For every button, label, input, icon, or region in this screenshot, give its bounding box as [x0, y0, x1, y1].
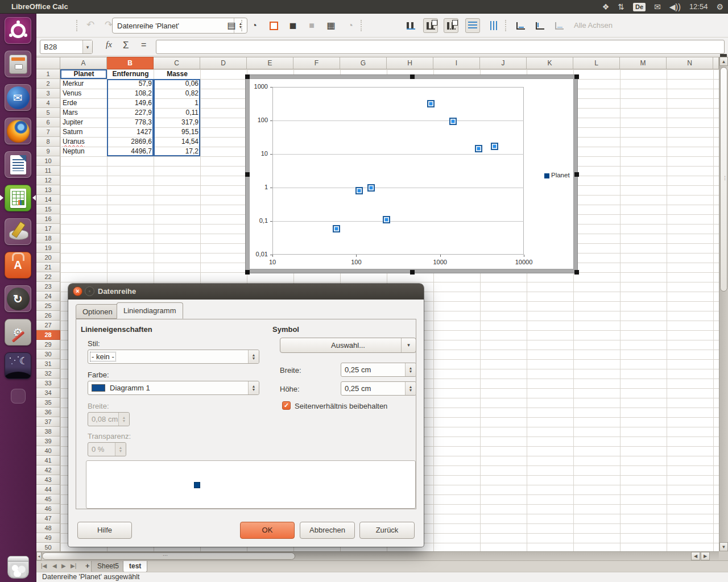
data-point[interactable] [355, 187, 363, 194]
chart-wall-icon[interactable]: ◼ [286, 18, 300, 33]
cell-B8[interactable]: 2869,6 [107, 137, 154, 147]
column-header-H[interactable]: H [387, 57, 433, 69]
name-box-dropdown-icon[interactable]: ▾ [82, 40, 92, 53]
column-header-J[interactable]: J [480, 57, 527, 69]
selection-handle[interactable] [410, 270, 415, 275]
column-header-B[interactable]: B [107, 57, 154, 69]
style-combo[interactable]: - kein - ▲▼ [88, 350, 259, 364]
row-header-20[interactable]: 20 [36, 253, 60, 263]
cell-A7[interactable]: Saturn [61, 127, 106, 137]
cell-A1[interactable]: Planet [61, 69, 107, 79]
name-box[interactable]: B28 ▾ [40, 40, 93, 54]
horizontal-grids-icon[interactable] [465, 18, 480, 33]
volume-indicator[interactable]: ◀)) [669, 0, 681, 14]
first-sheet-icon[interactable]: |◀ [41, 563, 47, 569]
restore-icon[interactable]: ▫ [85, 286, 94, 296]
column-header-F[interactable]: F [293, 57, 340, 69]
software-updater-launcher[interactable]: ↻ [5, 285, 31, 312]
cell-A9[interactable]: Neptun [61, 147, 106, 156]
selection-handle[interactable] [245, 270, 250, 275]
row-header-21[interactable]: 21 [36, 263, 60, 272]
cell-C1[interactable]: Masse [154, 69, 200, 79]
row-header-25[interactable]: 25 [36, 301, 60, 311]
cancel-button[interactable]: Abbrechen [300, 522, 355, 539]
column-header-K[interactable]: K [527, 57, 573, 69]
cell-A6[interactable]: Jupiter [61, 118, 106, 127]
cell-C9[interactable]: 17,2 [154, 147, 200, 156]
row-header-4[interactable]: 4 [36, 98, 60, 108]
row-header-8[interactable]: 8 [36, 137, 60, 147]
column-header-E[interactable]: E [247, 57, 293, 69]
select-all-corner[interactable] [36, 57, 60, 69]
scroll-right-icon[interactable]: ▶ [701, 552, 710, 560]
row-header-40[interactable]: 40 [36, 446, 60, 456]
row-header-34[interactable]: 34 [36, 388, 60, 398]
format-selection-icon[interactable]: ▤ [224, 18, 239, 33]
row-header-31[interactable]: 31 [36, 359, 60, 369]
axes-titles-icon[interactable] [423, 18, 438, 33]
column-header-M[interactable]: M [620, 57, 667, 69]
equals-icon[interactable]: = [141, 40, 146, 50]
libreoffice-calc-launcher[interactable] [5, 185, 31, 211]
symbol-select-button[interactable]: Auswahl... ▾ [280, 338, 416, 353]
tab-liniendiagramm[interactable]: Liniendiagramm [117, 302, 183, 319]
symbol-select-dropdown-icon[interactable]: ▾ [401, 338, 416, 352]
split-left-icon[interactable]: ◂ [36, 552, 42, 560]
data-point[interactable] [475, 145, 482, 152]
next-sheet-icon[interactable]: ▶ [61, 563, 66, 569]
column-header-N[interactable]: N [667, 57, 713, 69]
trash-launcher[interactable] [5, 554, 31, 580]
selection-handle[interactable] [245, 172, 250, 177]
screensaver-launcher[interactable]: ☾ [5, 352, 31, 379]
column-header-A[interactable]: A [60, 57, 107, 69]
sheet-tab-test[interactable]: test [123, 561, 147, 572]
cell-B7[interactable]: 1427 [107, 127, 154, 137]
chart-area-icon[interactable] [266, 18, 281, 33]
hscroll-thumb[interactable] [42, 552, 295, 560]
symbol-width-spinner[interactable]: ▲▼ [405, 363, 416, 376]
bleachbit-launcher[interactable] [5, 218, 31, 245]
horizontal-scrollbar[interactable]: ◂ ⋯ ◀ ▶ [36, 551, 719, 560]
row-header-43[interactable]: 43 [36, 475, 60, 485]
row-header-1[interactable]: 1 [36, 69, 60, 79]
cell-B6[interactable]: 778,3 [107, 118, 154, 127]
column-header-I[interactable]: I [433, 57, 480, 69]
selection-handle[interactable] [574, 74, 579, 79]
selection-handle[interactable] [574, 270, 579, 275]
row-header-12[interactable]: 12 [36, 176, 60, 185]
row-header-28[interactable]: 28 [36, 330, 60, 340]
x-axis-icon[interactable] [513, 18, 528, 33]
back-button[interactable]: Zurück [359, 522, 415, 539]
row-header-7[interactable]: 7 [36, 127, 60, 137]
row-header-11[interactable]: 11 [36, 166, 60, 176]
y-axis-icon[interactable] [532, 18, 547, 33]
symbol-height-spinner[interactable]: ▲▼ [405, 382, 416, 395]
cell-C2[interactable]: 0,06 [154, 79, 200, 89]
dialog-titlebar[interactable]: × ▫ Datenreihe [68, 284, 424, 300]
tab-optionen[interactable]: Optionen [76, 304, 119, 319]
color-combo[interactable]: Diagramm 1 ▲▼ [88, 381, 259, 395]
row-header-15[interactable]: 15 [36, 205, 60, 214]
legend-on-off-icon[interactable] [403, 18, 418, 33]
cell-A3[interactable]: Venus [61, 89, 106, 98]
row-header-3[interactable]: 3 [36, 89, 60, 98]
color-combo-spinner[interactable]: ▲▼ [248, 381, 259, 394]
data-point[interactable] [383, 216, 390, 223]
column-header-D[interactable]: D [200, 57, 247, 69]
row-header-14[interactable]: 14 [36, 195, 60, 205]
row-header-16[interactable]: 16 [36, 214, 60, 224]
vertical-scrollbar[interactable]: ▲ ⋮ ▼ [719, 57, 728, 551]
sheet-tab-Sheet5[interactable]: Sheet5 [91, 561, 125, 572]
row-header-2[interactable]: 2 [36, 79, 60, 89]
selection-handle[interactable] [245, 74, 250, 79]
chart-plot-area[interactable] [272, 87, 524, 255]
row-header-9[interactable]: 9 [36, 147, 60, 156]
notification-indicator[interactable]: ❖ [602, 0, 610, 14]
keyboard-indicator[interactable]: De [633, 3, 646, 11]
data-point[interactable] [449, 118, 457, 125]
row-header-10[interactable]: 10 [36, 156, 60, 166]
selection-handle[interactable] [574, 172, 579, 177]
row-header-5[interactable]: 5 [36, 108, 60, 118]
cell-C4[interactable]: 1 [154, 98, 200, 108]
sync-indicator[interactable]: ⇅ [618, 0, 624, 14]
